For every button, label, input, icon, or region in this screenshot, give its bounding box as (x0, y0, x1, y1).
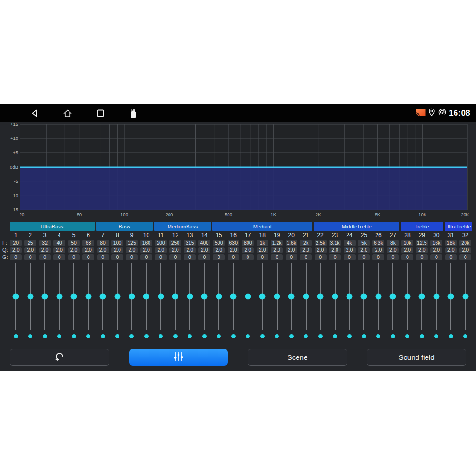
slider-thumb[interactable] (71, 294, 77, 300)
gain-slider-band-19[interactable] (269, 263, 284, 330)
q-value-box[interactable]: 2.0 (358, 247, 370, 253)
gain-value-box[interactable]: 0 (82, 254, 94, 260)
slider-thumb[interactable] (129, 294, 135, 300)
home-icon[interactable] (62, 108, 73, 119)
q-value-box[interactable]: 2.0 (53, 247, 65, 253)
slider-thumb[interactable] (347, 294, 353, 300)
gain-slider-band-14[interactable] (197, 263, 211, 330)
gain-value-box[interactable]: 0 (97, 254, 109, 260)
slider-thumb[interactable] (158, 294, 164, 300)
gain-value-box[interactable]: 0 (126, 254, 138, 260)
freq-value-box[interactable]: 1.2k (271, 240, 283, 246)
scene-button[interactable]: Scene (248, 349, 347, 366)
q-value-box[interactable]: 2.0 (430, 247, 442, 253)
gain-value-box[interactable]: 0 (329, 254, 341, 260)
q-value-box[interactable]: 2.0 (39, 247, 51, 253)
freq-value-box[interactable]: 3.1k (329, 240, 341, 246)
slider-thumb[interactable] (42, 294, 48, 300)
q-value-box[interactable]: 2.0 (140, 247, 152, 253)
reset-button[interactable] (10, 349, 109, 366)
slider-thumb[interactable] (85, 294, 91, 300)
recents-icon[interactable] (95, 108, 106, 119)
gain-value-box[interactable]: 0 (53, 254, 65, 260)
gain-value-box[interactable]: 0 (344, 254, 356, 260)
gain-value-box[interactable]: 0 (213, 254, 225, 260)
freq-value-box[interactable]: 400 (198, 240, 210, 246)
gain-slider-band-9[interactable] (125, 263, 139, 330)
gain-value-box[interactable]: 0 (39, 254, 51, 260)
freq-value-box[interactable]: 160 (140, 240, 152, 246)
q-value-box[interactable]: 2.0 (213, 247, 225, 253)
q-value-box[interactable]: 2.0 (82, 247, 94, 253)
gain-slider-band-24[interactable] (342, 263, 357, 330)
gain-value-box[interactable]: 0 (372, 254, 384, 260)
freq-value-box[interactable]: 12.5 (416, 240, 428, 246)
q-value-box[interactable]: 2.0 (459, 247, 471, 253)
gain-slider-band-6[interactable] (81, 263, 95, 330)
freq-value-box[interactable]: 200 (155, 240, 167, 246)
slider-thumb[interactable] (462, 294, 468, 300)
gain-slider-band-30[interactable] (429, 263, 444, 330)
slider-thumb[interactable] (390, 294, 396, 300)
gain-value-box[interactable]: 0 (242, 254, 254, 260)
q-value-box[interactable]: 2.0 (300, 247, 312, 253)
slider-thumb[interactable] (172, 294, 178, 300)
q-value-box[interactable]: 2.0 (126, 247, 138, 253)
q-value-box[interactable]: 2.0 (97, 247, 109, 253)
slider-thumb[interactable] (187, 294, 193, 300)
equalizer-tab-button[interactable] (129, 349, 228, 366)
gain-slider-band-1[interactable] (9, 263, 23, 330)
gain-slider-band-5[interactable] (67, 263, 81, 330)
slider-thumb[interactable] (259, 294, 266, 300)
freq-value-box[interactable]: 100 (111, 240, 123, 246)
gain-value-box[interactable]: 0 (111, 254, 123, 260)
gain-slider-band-11[interactable] (154, 263, 168, 330)
gain-slider-band-23[interactable] (327, 263, 342, 330)
q-value-box[interactable]: 2.0 (445, 247, 457, 253)
q-value-box[interactable]: 2.0 (24, 247, 36, 253)
gain-value-box[interactable]: 0 (387, 254, 399, 260)
slider-thumb[interactable] (317, 294, 324, 300)
gain-slider-band-3[interactable] (38, 263, 52, 330)
freq-value-box[interactable]: 40 (53, 240, 65, 246)
q-value-box[interactable]: 2.0 (372, 247, 384, 253)
freq-value-box[interactable]: 20k (459, 240, 471, 246)
back-icon[interactable] (30, 108, 40, 119)
q-value-box[interactable]: 2.0 (315, 247, 327, 253)
gain-slider-band-4[interactable] (52, 263, 66, 330)
gain-slider-band-29[interactable] (415, 263, 429, 330)
gain-value-box[interactable]: 0 (271, 254, 283, 260)
freq-value-box[interactable]: 6.3k (372, 240, 384, 246)
gain-slider-band-22[interactable] (313, 263, 327, 330)
slider-thumb[interactable] (114, 294, 120, 300)
gain-slider-band-2[interactable] (23, 263, 37, 330)
gain-slider-band-32[interactable] (458, 263, 473, 330)
slider-thumb[interactable] (419, 294, 425, 300)
gain-slider-band-17[interactable] (241, 263, 255, 330)
freq-value-box[interactable]: 1k (257, 240, 268, 246)
q-value-box[interactable]: 2.0 (155, 247, 167, 253)
gain-value-box[interactable]: 0 (416, 254, 428, 260)
gain-value-box[interactable]: 0 (445, 254, 457, 260)
gain-slider-band-13[interactable] (183, 263, 197, 330)
slider-thumb[interactable] (13, 294, 19, 300)
q-value-box[interactable]: 2.0 (111, 247, 123, 253)
freq-value-box[interactable]: 10k (401, 240, 413, 246)
gain-slider-band-28[interactable] (400, 263, 415, 330)
gain-value-box[interactable]: 0 (286, 254, 298, 260)
freq-value-box[interactable]: 18k (445, 240, 457, 246)
q-value-box[interactable]: 2.0 (228, 247, 239, 253)
q-value-box[interactable]: 2.0 (242, 247, 254, 253)
freq-value-box[interactable]: 2k (300, 240, 312, 246)
freq-value-box[interactable]: 5k (358, 240, 370, 246)
freq-value-box[interactable]: 25 (24, 240, 36, 246)
slider-thumb[interactable] (27, 294, 33, 300)
gain-slider-band-20[interactable] (284, 263, 298, 330)
freq-value-box[interactable]: 1.6k (286, 240, 298, 246)
gain-slider-band-26[interactable] (371, 263, 386, 330)
gain-value-box[interactable]: 0 (430, 254, 442, 260)
gain-value-box[interactable]: 0 (315, 254, 327, 260)
gain-value-box[interactable]: 0 (300, 254, 312, 260)
gain-value-box[interactable]: 0 (257, 254, 268, 260)
slider-thumb[interactable] (303, 294, 309, 300)
